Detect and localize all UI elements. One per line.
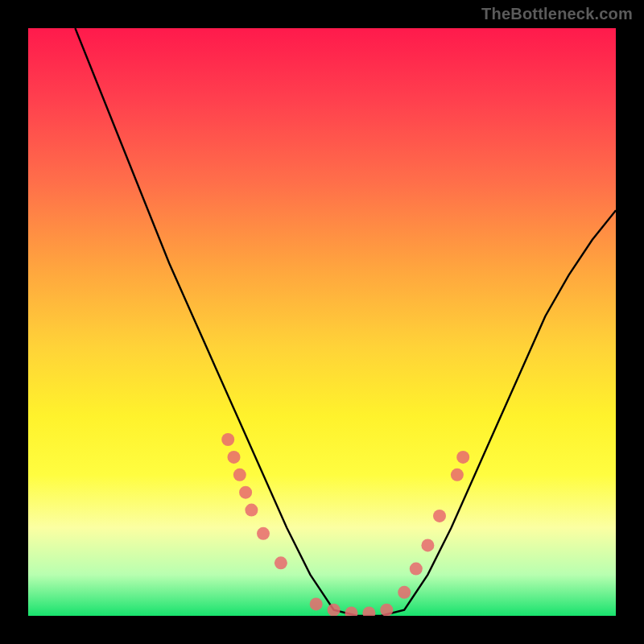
marker-dot <box>451 469 464 481</box>
marker-dot <box>239 486 252 499</box>
marker-dot <box>310 597 323 610</box>
marker-dot <box>398 586 411 599</box>
bottleneck-curve <box>75 28 616 616</box>
curve-layer <box>28 28 616 616</box>
marker-dot <box>228 451 241 464</box>
chart-frame: TheBottleneck.com <box>0 0 644 644</box>
marker-dot <box>433 510 446 522</box>
watermark-text: TheBottleneck.com <box>481 5 633 23</box>
marker-dot <box>233 469 246 481</box>
marker-group <box>221 433 469 616</box>
marker-dot <box>410 563 423 576</box>
marker-dot <box>380 604 393 616</box>
marker-dot <box>221 433 234 446</box>
marker-dot <box>275 556 287 569</box>
marker-dot <box>328 604 341 616</box>
marker-dot <box>257 527 270 540</box>
marker-dot <box>345 606 358 616</box>
marker-dot <box>456 451 469 464</box>
marker-dot <box>421 539 434 551</box>
plot-area <box>28 28 616 616</box>
marker-dot <box>362 606 375 616</box>
marker-dot <box>245 504 258 517</box>
